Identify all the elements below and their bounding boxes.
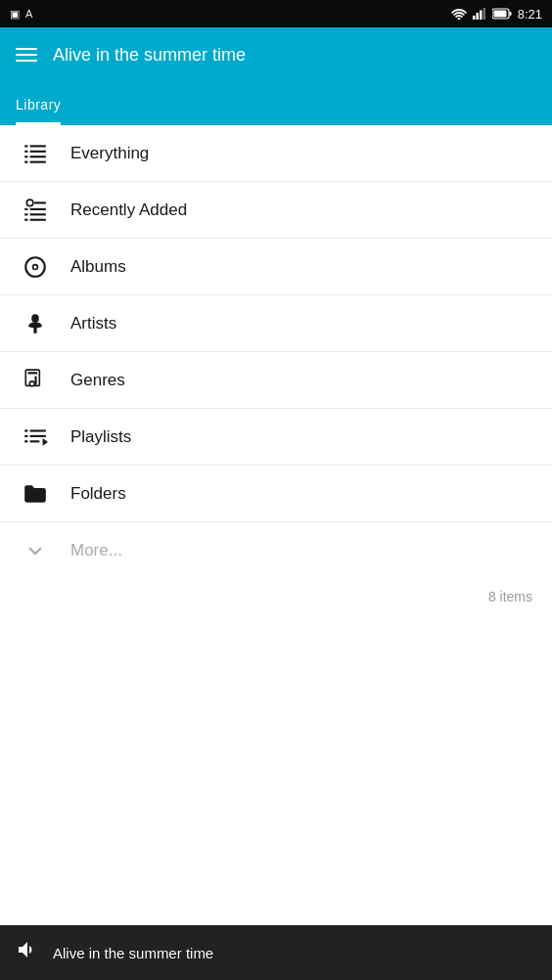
svg-rect-30 [27, 372, 37, 374]
svg-rect-20 [24, 213, 27, 215]
svg-rect-4 [483, 8, 485, 20]
svg-rect-12 [24, 156, 27, 157]
svg-rect-21 [30, 213, 46, 215]
status-bar: ▣ A 8:21 [0, 0, 552, 27]
svg-rect-15 [30, 160, 46, 162]
library-content: Everything Recently Added [0, 125, 552, 604]
svg-rect-7 [493, 11, 506, 18]
svg-rect-19 [30, 207, 46, 209]
player-bar: Alive in the summer time [0, 925, 552, 980]
more-label: More... [70, 541, 122, 560]
status-time: 8:21 [518, 7, 542, 22]
albums-icon [16, 254, 55, 280]
menu-item-recently-added[interactable]: Recently Added [0, 182, 552, 239]
tab-library[interactable]: Library [16, 97, 61, 125]
wifi-icon [451, 8, 467, 20]
svg-rect-34 [24, 429, 27, 431]
menu-item-folders[interactable]: Folders [0, 466, 552, 522]
svg-rect-18 [24, 207, 27, 209]
hamburger-menu-button[interactable] [16, 48, 37, 62]
menu-item-playlists[interactable]: Playlists [0, 409, 552, 466]
artists-label: Artists [70, 314, 116, 334]
app-icon-2: A [25, 8, 32, 20]
battery-icon [492, 8, 512, 20]
svg-rect-39 [30, 440, 40, 442]
svg-rect-35 [30, 429, 46, 431]
svg-rect-8 [24, 145, 27, 147]
svg-rect-14 [24, 160, 27, 162]
more-chevron-icon [16, 538, 55, 563]
svg-rect-37 [30, 434, 46, 436]
menu-item-more[interactable]: More... [0, 522, 552, 579]
menu-item-everything[interactable]: Everything [0, 125, 552, 182]
menu-item-albums[interactable]: Albums [0, 239, 552, 295]
volume-icon [16, 938, 39, 967]
artists-icon [16, 311, 55, 336]
status-bar-left: ▣ A [10, 8, 32, 21]
svg-rect-6 [509, 12, 511, 16]
svg-point-32 [30, 381, 33, 384]
everything-label: Everything [70, 144, 149, 163]
svg-rect-22 [24, 218, 27, 220]
playlists-label: Playlists [70, 427, 131, 447]
svg-rect-33 [34, 376, 36, 384]
items-count: 8 items [0, 579, 552, 604]
svg-marker-40 [43, 438, 48, 446]
app-icon-1: ▣ [10, 8, 20, 21]
svg-point-27 [31, 314, 39, 323]
items-count-text: 8 items [488, 589, 532, 604]
albums-label: Albums [70, 257, 126, 277]
playlists-icon [16, 424, 55, 450]
tab-bar: Library [0, 82, 552, 125]
recently-added-icon [16, 198, 55, 223]
svg-rect-10 [24, 150, 27, 152]
app-bar-title: Alive in the summer time [53, 45, 246, 66]
svg-rect-38 [24, 440, 27, 442]
player-title: Alive in the summer time [53, 945, 213, 961]
app-bar: Alive in the summer time [0, 27, 552, 82]
svg-rect-11 [30, 150, 46, 152]
menu-item-artists[interactable]: Artists [0, 295, 552, 352]
svg-rect-2 [476, 13, 479, 20]
svg-rect-9 [30, 145, 46, 147]
svg-rect-3 [480, 11, 483, 21]
svg-rect-23 [30, 218, 46, 220]
genres-icon [16, 368, 55, 393]
svg-rect-36 [24, 434, 27, 436]
svg-rect-17 [34, 201, 46, 203]
everything-icon [16, 141, 55, 166]
svg-point-26 [33, 265, 36, 268]
folders-icon [16, 481, 55, 507]
svg-point-16 [26, 200, 32, 206]
signal-icon [473, 8, 486, 20]
genres-label: Genres [70, 371, 125, 390]
folders-label: Folders [70, 484, 126, 504]
status-bar-right: 8:21 [451, 7, 542, 22]
menu-item-genres[interactable]: Genres [0, 352, 552, 409]
svg-rect-13 [30, 156, 46, 157]
svg-point-0 [457, 18, 460, 20]
recently-added-label: Recently Added [70, 200, 187, 220]
svg-rect-28 [33, 327, 36, 334]
svg-rect-1 [473, 16, 476, 20]
